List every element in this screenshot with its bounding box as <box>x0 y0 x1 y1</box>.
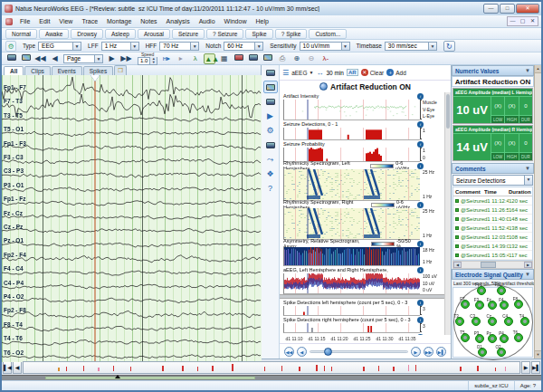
timespan-arrows-icon[interactable]: ↔ <box>316 69 323 77</box>
menu-view[interactable]: View <box>54 16 77 26</box>
tag-button-normal[interactable]: Normal <box>5 29 37 39</box>
timebase-select[interactable]: 30 mm/sec▼ <box>385 42 437 51</box>
menu-analysis[interactable]: Analysis <box>162 16 195 26</box>
timeline-end-button[interactable]: ▶▌ <box>531 361 540 374</box>
tag-button-seizure[interactable]: Seizure <box>172 29 205 39</box>
column-time[interactable]: Time <box>484 189 509 195</box>
artifact-reduction-button[interactable]: AR <box>347 69 358 76</box>
pin-icon[interactable]: ▼ <box>525 272 530 277</box>
mdi-restore-button[interactable]: ▢ <box>518 17 528 25</box>
fast-backward-button[interactable]: ◀◀ <box>34 53 46 64</box>
menu-trace[interactable]: Trace <box>77 16 102 26</box>
refresh-button[interactable]: ↻ <box>443 41 455 52</box>
trend-plot-canvas[interactable] <box>283 273 420 294</box>
pin-icon[interactable]: ▼ <box>525 68 530 73</box>
menu-audio[interactable]: Audio <box>195 16 220 26</box>
backward-button[interactable]: ◀ <box>49 53 61 64</box>
close-button[interactable]: ✕ <box>516 4 539 14</box>
tag-button-arousal[interactable]: Arousal <box>138 29 170 39</box>
trend-plot-canvas[interactable] <box>283 100 420 120</box>
comments-hscrollbar[interactable]: ◀ ▶ <box>452 261 533 269</box>
eeg-canvas[interactable] <box>2 75 262 362</box>
column-comment[interactable]: Comment <box>453 189 484 195</box>
tab-events[interactable]: Events <box>52 66 82 75</box>
tag-button-seizure[interactable]: ? Seizure <box>206 29 243 39</box>
right-panel-scrollbar[interactable]: ▲ ▼ <box>534 65 541 359</box>
mdi-child-icon[interactable] <box>5 18 13 25</box>
wrench-icon[interactable]: ⤳ <box>263 153 278 166</box>
menu-window[interactable]: Window <box>220 16 252 26</box>
menu-lines-icon[interactable]: ☰ <box>282 69 289 77</box>
tag-button-custom[interactable]: Custom... <box>309 29 347 39</box>
comment-row[interactable]: @Seizure...d1 11:52:42138 sec <box>453 224 532 233</box>
comment-row[interactable]: @Seizure...d1 12:03:51108 sec <box>453 233 532 242</box>
settings-gear-icon[interactable]: ⚙ <box>263 124 278 137</box>
tag-button-spike[interactable]: ? Spike <box>275 29 308 39</box>
info-icon[interactable]: i <box>417 241 424 247</box>
help-icon[interactable]: ? <box>263 182 278 195</box>
forward-button[interactable]: ▶ <box>106 53 118 64</box>
eeg-cursor-marker[interactable] <box>90 75 100 81</box>
sensitivity-select[interactable]: 10 uV/mm▼ <box>300 42 350 51</box>
trend-fast-back-button[interactable]: ◀◀ <box>284 347 294 357</box>
hff-select[interactable]: 70 Hz▼ <box>159 42 199 51</box>
trend-end-button[interactable]: ▶▌ <box>436 347 446 357</box>
comment-row[interactable]: @Seizure...d1 11:12:45120 sec <box>453 196 532 206</box>
timeline-position-track[interactable] <box>2 375 541 380</box>
trend-plot-canvas[interactable] <box>283 323 420 333</box>
zoom-out-icon[interactable]: ⊖ <box>305 53 317 64</box>
comment-row[interactable]: @Seizure...d1 11:40:04148 sec <box>453 215 532 224</box>
info-icon[interactable]: i <box>417 141 424 148</box>
montage-grid-icon[interactable]: ▦ <box>218 53 230 64</box>
tab-note-page-icon[interactable]: ❐ <box>114 65 127 75</box>
info-icon[interactable]: i <box>417 163 424 169</box>
maximize-button[interactable]: □ <box>500 4 515 14</box>
trend-fast-forward-button[interactable]: ▶▶ <box>424 347 433 357</box>
trend-scroll-thumb[interactable] <box>324 348 332 356</box>
montage-gear-icon[interactable]: ⚙ <box>5 41 16 52</box>
trend-montage-button[interactable]: aEEG▼ <box>291 70 313 76</box>
lff-select[interactable]: 1 Hz▼ <box>101 42 139 51</box>
trend-plot-canvas[interactable] <box>283 247 420 266</box>
patient-monitor-icon[interactable] <box>233 53 244 64</box>
info-icon[interactable]: i <box>417 267 424 273</box>
info-icon[interactable]: i <box>417 202 424 208</box>
stepper-arrows[interactable]: ▲▼ <box>149 57 157 64</box>
signature-icon[interactable]: λ‑ <box>319 53 331 64</box>
walking-review-icon[interactable]: λ <box>189 53 201 64</box>
expand-icon[interactable]: ❖ <box>263 167 278 180</box>
info-icon[interactable]: i <box>417 317 424 323</box>
video-chat-icon[interactable] <box>20 53 32 64</box>
trend-screen-icon[interactable] <box>263 95 278 108</box>
tag-button-asleep[interactable]: Asleep <box>105 29 136 39</box>
menu-montage[interactable]: Montage <box>102 16 136 26</box>
comment-filter-select[interactable]: Seizure Detections ▼ <box>452 175 533 186</box>
scroll-down-icon[interactable]: ▼ <box>535 350 541 359</box>
trend-display-icon[interactable] <box>263 81 278 93</box>
fast-forward-button[interactable]: ▶▶ <box>120 53 132 64</box>
tab-clips[interactable]: Clips <box>24 66 50 75</box>
scroll-right-icon[interactable]: ▶ <box>524 262 532 268</box>
timeline-forward-button[interactable]: ▶ <box>521 361 530 374</box>
menu-notes[interactable]: Notes <box>136 16 161 26</box>
trend-back-button[interactable]: ◀ <box>297 347 307 357</box>
pin-icon[interactable]: ▼ <box>525 166 530 171</box>
comment-row[interactable]: @Seizure...d1 14:39:03132 sec <box>453 242 532 251</box>
timeline-bar[interactable] <box>23 361 520 374</box>
printer-icon[interactable]: ⎙ <box>276 53 288 64</box>
comments-header[interactable]: Comments ▼ <box>452 163 534 174</box>
trend-peaks-icon[interactable]: ▲▲ <box>204 53 215 64</box>
timeline-back-button[interactable]: ◀ <box>13 361 22 374</box>
tab-all[interactable]: All <box>4 66 24 75</box>
info-icon[interactable]: i <box>417 300 424 306</box>
scroll-up-icon[interactable]: ▲ <box>535 65 541 73</box>
tag-button-drowsy[interactable]: Drowsy <box>71 29 103 39</box>
mdi-minimize-button[interactable]: — <box>508 17 518 25</box>
trend-plot-canvas[interactable] <box>283 128 420 140</box>
info-icon[interactable]: i <box>417 93 424 100</box>
comment-row[interactable]: @Seizure...d1 11:26:59164 sec <box>453 206 532 215</box>
tag-button-spike[interactable]: Spike <box>245 29 272 39</box>
trend-monitor-icon[interactable] <box>263 66 278 79</box>
clear-button[interactable]: ✕Clear <box>361 69 385 76</box>
patient-monitor-add-icon[interactable] <box>247 53 259 64</box>
